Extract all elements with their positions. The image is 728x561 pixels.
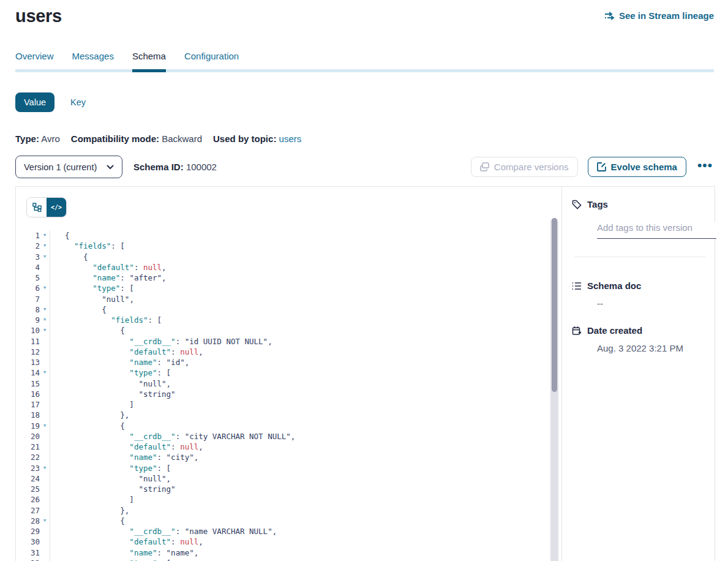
code-line-text: "string" [50, 484, 176, 494]
code-line-text: "__crdb__": "name VARCHAR NULL", [50, 526, 277, 537]
code-line-text: { [50, 325, 125, 336]
caret-spacer [40, 378, 50, 389]
collapse-toggle-icon[interactable]: ▼ [40, 315, 50, 325]
collapse-toggle-icon[interactable]: ▼ [40, 230, 50, 241]
code-line-text: "default": null, [50, 537, 203, 547]
code-line-text: "__crdb__": "id UUID NOT NULL", [50, 336, 272, 347]
code-line-text: { [50, 230, 70, 241]
code-line: 15 "null", [16, 378, 561, 389]
code-line: 32▼ "type": [ [16, 558, 561, 561]
code-line: 26 ] [16, 494, 561, 505]
line-number: 5 [16, 273, 40, 283]
code-line-text: }, [50, 410, 129, 420]
sidebar-divider [574, 257, 706, 257]
collapse-toggle-icon[interactable]: ▼ [40, 516, 50, 526]
tab-messages[interactable]: Messages [72, 51, 114, 69]
meta-type-value: Avro [41, 134, 60, 144]
line-number: 17 [16, 399, 40, 410]
meta-topic-label: Used by topic: [213, 134, 276, 144]
code-line: 4 "default": null, [16, 262, 561, 273]
code-editor[interactable]: 1▼{2▼ "fields": [3▼ {4 "default": null,5… [16, 230, 561, 561]
tab-schema[interactable]: Schema [132, 51, 166, 69]
tab-overview[interactable]: Overview [15, 51, 54, 69]
line-number: 21 [16, 442, 40, 452]
collapse-toggle-icon[interactable]: ▼ [40, 252, 50, 262]
code-line-text: "type": [ [50, 367, 171, 378]
code-line-text: "name": "id", [50, 357, 189, 367]
line-number: 20 [16, 431, 40, 442]
code-line: 8▼ { [16, 304, 561, 315]
tree-view-button[interactable] [27, 198, 47, 217]
code-line-text: "fields": [ [50, 241, 125, 251]
code-line-text: "string" [50, 389, 176, 399]
line-number: 11 [16, 336, 40, 347]
collapse-toggle-icon[interactable]: ▼ [40, 367, 50, 378]
schema-id-value: 100002 [186, 162, 217, 172]
line-number: 27 [16, 505, 40, 516]
line-number: 4 [16, 262, 40, 273]
topbar: users See in Stream lineage [0, 0, 728, 26]
code-line-text: "name": "city", [50, 452, 198, 462]
code-line: 30 "default": null, [16, 537, 561, 547]
line-number: 13 [16, 357, 40, 367]
line-number: 15 [16, 378, 40, 389]
code-line-text: ] [50, 399, 134, 410]
editor-scrollbar-track[interactable] [550, 218, 558, 561]
schema-sidebar: Tags Schema doc -- [561, 187, 715, 561]
evolve-schema-button[interactable]: Evolve schema [588, 157, 686, 177]
code-line-text: }, [50, 505, 129, 516]
meta-type: Type: Avro [15, 134, 60, 144]
more-options-button[interactable]: ••• [696, 158, 714, 176]
topic-link[interactable]: users [279, 134, 302, 144]
stream-lineage-icon [604, 12, 615, 20]
code-line-text: "default": null, [50, 347, 203, 357]
code-line-text: { [50, 252, 88, 262]
caret-spacer [40, 505, 50, 516]
value-toggle-button[interactable]: Value [15, 92, 54, 112]
code-line: 18 }, [16, 410, 561, 420]
evolve-schema-icon [597, 162, 606, 171]
line-number: 6 [16, 283, 40, 293]
tree-view-icon [32, 203, 42, 212]
date-created-value: Aug. 3 2022 3:21 PM [597, 343, 706, 353]
line-number: 31 [16, 548, 40, 558]
collapse-toggle-icon[interactable]: ▼ [40, 241, 50, 251]
version-select[interactable]: Version 1 (current) [15, 156, 122, 178]
schema-panel: </> 1▼{2▼ "fields": [3▼ {4 "default": nu… [15, 186, 715, 561]
date-created-section: Date created Aug. 3 2022 3:21 PM [572, 325, 706, 353]
caret-spacer [40, 526, 50, 537]
schema-id-label: Schema ID: [133, 162, 184, 172]
tab-configuration[interactable]: Configuration [184, 51, 239, 69]
code-line: 27 }, [16, 505, 561, 516]
schema-doc-section: Schema doc -- [572, 280, 706, 309]
stream-lineage-link[interactable]: See in Stream lineage [604, 10, 714, 21]
code-line: 12 "default": null, [16, 347, 561, 357]
tags-title: Tags [587, 199, 608, 209]
collapse-toggle-icon[interactable]: ▼ [40, 325, 50, 336]
collapse-toggle-icon[interactable]: ▼ [40, 283, 50, 293]
line-number: 22 [16, 452, 40, 462]
schema-page: users See in Stream lineage Overview Mes… [0, 0, 728, 561]
collapse-toggle-icon[interactable]: ▼ [40, 304, 50, 315]
collapse-toggle-icon[interactable]: ▼ [40, 421, 50, 431]
tags-input[interactable] [597, 222, 716, 239]
code-line-text: "type": [ [50, 558, 171, 561]
caret-spacer [40, 452, 50, 462]
key-toggle-button[interactable]: Key [70, 97, 86, 107]
collapse-toggle-icon[interactable]: ▼ [40, 463, 50, 473]
code-view-button[interactable]: </> [47, 198, 66, 217]
code-line-text: "default": null, [50, 442, 203, 452]
meta-type-label: Type: [15, 134, 39, 144]
code-line: 2▼ "fields": [ [16, 241, 561, 251]
line-number: 7 [16, 294, 40, 304]
line-number: 29 [16, 526, 40, 537]
code-line: 23▼ "type": [ [16, 463, 561, 473]
compare-versions-button[interactable]: Compare versions [471, 157, 578, 177]
caret-spacer [40, 442, 50, 452]
code-line-text: "__crdb__": "city VARCHAR NOT NULL", [50, 431, 295, 442]
collapse-toggle-icon[interactable]: ▼ [40, 558, 50, 561]
action-buttons: Compare versions Evolve schema ••• [471, 157, 714, 177]
code-line-text: "null", [50, 473, 171, 484]
schema-doc-value: -- [597, 298, 706, 309]
editor-scrollbar-thumb[interactable] [552, 218, 557, 392]
